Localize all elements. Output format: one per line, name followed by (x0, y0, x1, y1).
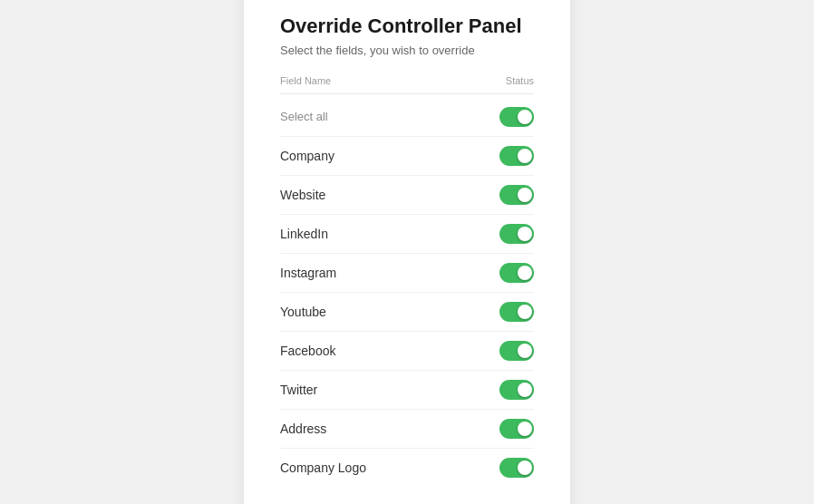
toggle-thumb-address (518, 422, 532, 436)
field-row-website: Website (280, 176, 534, 215)
override-controller-panel: Override Controller Panel Select the fie… (244, 0, 570, 504)
field-row-select-all: Select all (280, 98, 534, 137)
column-headers: Field Name Status (280, 75, 534, 94)
field-row-instagram: Instagram (280, 254, 534, 293)
panel-title: Override Controller Panel (280, 15, 534, 38)
toggle-address[interactable] (499, 419, 534, 439)
toggle-thumb-linkedin (518, 227, 532, 241)
toggle-thumb-website (518, 188, 532, 202)
field-label-website: Website (280, 188, 325, 202)
field-rows-container: Select allCompanyWebsiteLinkedInInstagra… (280, 98, 534, 487)
field-row-youtube: Youtube (280, 293, 534, 332)
toggle-thumb-twitter (518, 383, 532, 397)
column-field-name-label: Field Name (280, 75, 331, 86)
field-row-facebook: Facebook (280, 332, 534, 371)
field-label-facebook: Facebook (280, 344, 335, 358)
field-label-select-all: Select all (280, 110, 328, 123)
toggle-thumb-youtube (518, 305, 532, 319)
toggle-thumb-select-all (518, 110, 532, 124)
toggle-website[interactable] (499, 185, 534, 205)
field-label-youtube: Youtube (280, 305, 326, 319)
field-label-twitter: Twitter (280, 383, 317, 397)
toggle-youtube[interactable] (499, 302, 534, 322)
field-label-linkedin: LinkedIn (280, 227, 328, 241)
toggle-instagram[interactable] (499, 263, 534, 283)
toggle-linkedin[interactable] (499, 224, 534, 244)
toggle-twitter[interactable] (499, 380, 534, 400)
toggle-select-all[interactable] (499, 107, 534, 127)
field-row-company-logo: Company Logo (280, 449, 534, 487)
toggle-company-logo[interactable] (499, 458, 534, 478)
field-row-address: Address (280, 410, 534, 449)
panel-subtitle: Select the fields, you wish to override (280, 44, 534, 57)
field-row-twitter: Twitter (280, 371, 534, 410)
field-row-company: Company (280, 137, 534, 176)
toggle-thumb-facebook (518, 344, 532, 358)
toggle-thumb-company (518, 149, 532, 163)
toggle-company[interactable] (499, 146, 534, 166)
field-label-instagram: Instagram (280, 266, 336, 280)
field-row-linkedin: LinkedIn (280, 215, 534, 254)
toggle-thumb-instagram (518, 266, 532, 280)
field-label-company-logo: Company Logo (280, 460, 366, 475)
toggle-thumb-company-logo (518, 460, 532, 475)
column-status-label: Status (506, 75, 534, 86)
field-label-address: Address (280, 422, 326, 436)
field-label-company: Company (280, 149, 334, 163)
toggle-facebook[interactable] (499, 341, 534, 361)
